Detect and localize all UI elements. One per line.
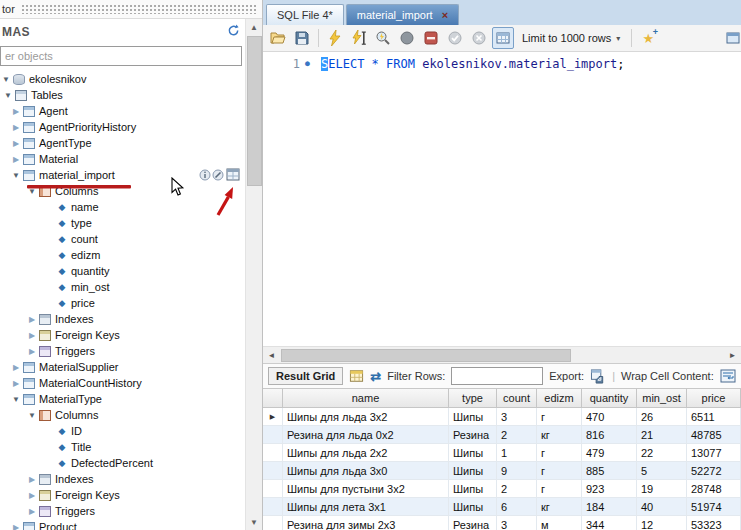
tree-item-table[interactable]: ▶AgentType xyxy=(0,135,262,151)
expand-icon[interactable]: ▶ xyxy=(11,379,21,388)
tree-item-column[interactable]: ◆Title xyxy=(0,439,262,455)
cell[interactable]: 28748 xyxy=(687,480,741,497)
cell[interactable]: 2 xyxy=(497,426,537,443)
expand-icon[interactable]: ▶ xyxy=(27,475,37,484)
stop-icon[interactable] xyxy=(396,27,418,49)
cell[interactable]: 5 xyxy=(637,462,687,479)
scrollbar-thumb[interactable] xyxy=(281,349,571,362)
tree-item-column[interactable]: ◆count xyxy=(0,231,262,247)
cell[interactable]: 26 xyxy=(637,408,687,425)
cell[interactable]: Резина для льда 0x2 xyxy=(283,426,449,443)
expand-icon[interactable]: ▼ xyxy=(3,91,13,100)
open-script-icon[interactable] xyxy=(267,27,289,49)
cell[interactable]: Шипы xyxy=(449,498,497,515)
table-row[interactable]: Шипы для лета 3x1 Шипы 6 кг 184 40 51974 xyxy=(263,498,741,516)
tree-item-column[interactable]: ◆name xyxy=(0,199,262,215)
cell[interactable]: кг xyxy=(537,498,582,515)
row-selector[interactable] xyxy=(263,498,283,515)
cell[interactable]: Шипы для льда 2x2 xyxy=(283,444,449,461)
cell[interactable]: 885 xyxy=(582,462,637,479)
expand-icon[interactable]: ▼ xyxy=(11,171,21,180)
save-snippet-icon[interactable]: ★+ xyxy=(637,27,659,49)
row-selector[interactable]: ▶ xyxy=(263,408,283,425)
refresh-schemas-icon[interactable] xyxy=(227,24,240,40)
expand-icon[interactable]: ▶ xyxy=(27,347,37,356)
commit-icon[interactable] xyxy=(444,27,466,49)
navigator-scrollbar[interactable]: ▲ ▼ xyxy=(245,19,262,530)
cell[interactable]: Шипы для лета 3x1 xyxy=(283,498,449,515)
cell[interactable]: 6 xyxy=(497,498,537,515)
tree-item-table[interactable]: ▶AgentPriorityHistory xyxy=(0,119,262,135)
row-selector[interactable] xyxy=(263,462,283,479)
cell[interactable]: 184 xyxy=(582,498,637,515)
cell[interactable]: 3 xyxy=(497,408,537,425)
cell[interactable]: 923 xyxy=(582,480,637,497)
cell[interactable]: г xyxy=(537,408,582,425)
cell[interactable]: 6511 xyxy=(687,408,741,425)
cell[interactable]: 51974 xyxy=(687,498,741,515)
cell[interactable]: 52272 xyxy=(687,462,741,479)
cell[interactable]: Резина для зимы 2x3 xyxy=(283,516,449,530)
alter-table-wrench-icon[interactable] xyxy=(212,169,224,181)
expand-icon[interactable]: ▶ xyxy=(27,507,37,516)
scroll-up-icon[interactable]: ▲ xyxy=(246,19,262,35)
tree-item-indexes[interactable]: ▶Indexes xyxy=(0,471,262,487)
table-row[interactable]: Резина для зимы 2x3 Резина 3 м 344 12 53… xyxy=(263,516,741,530)
expand-icon[interactable]: ▶ xyxy=(11,523,21,530)
tree-item-table[interactable]: ▶MaterialSupplier xyxy=(0,359,262,375)
result-grid-tab[interactable]: Result Grid xyxy=(268,367,343,385)
column-header[interactable]: type xyxy=(449,389,497,407)
cell[interactable]: Резина xyxy=(449,516,497,530)
cell[interactable]: 48785 xyxy=(687,426,741,443)
cell[interactable]: 53323 xyxy=(687,516,741,530)
close-tab-icon[interactable]: × xyxy=(442,9,448,21)
row-selector[interactable] xyxy=(263,516,283,530)
table-row[interactable]: ▶ Шипы для льда 3x2 Шипы 3 г 470 26 6511 xyxy=(263,408,741,426)
column-header[interactable]: edizm xyxy=(537,389,582,407)
tab-sql-file[interactable]: SQL File 4* xyxy=(266,4,344,25)
table-row[interactable]: Шипы для пустыни 3x2 Шипы 2 г 923 19 287… xyxy=(263,480,741,498)
filter-rows-input[interactable] xyxy=(451,367,543,385)
row-selector[interactable] xyxy=(263,480,283,497)
row-selector[interactable] xyxy=(263,444,283,461)
tree-item-column[interactable]: ◆DefectedPercent xyxy=(0,455,262,471)
column-header[interactable]: count xyxy=(497,389,537,407)
cell[interactable]: г xyxy=(537,462,582,479)
tree-item-column[interactable]: ◆quantity xyxy=(0,263,262,279)
cell[interactable]: г xyxy=(537,444,582,461)
save-script-icon[interactable] xyxy=(291,27,313,49)
filter-objects-input[interactable] xyxy=(0,46,242,66)
rollback-icon[interactable] xyxy=(468,27,490,49)
tree-item-column[interactable]: ◆edizm xyxy=(0,247,262,263)
cell[interactable]: 19 xyxy=(637,480,687,497)
execute-icon[interactable] xyxy=(324,27,346,49)
cell[interactable]: 21 xyxy=(637,426,687,443)
cell[interactable]: 3 xyxy=(497,516,537,530)
cell[interactable]: Шипы для пустыни 3x2 xyxy=(283,480,449,497)
table-row[interactable]: Шипы для льда 2x2 Шипы 1 г 479 22 13077 xyxy=(263,444,741,462)
cell[interactable]: 1 xyxy=(497,444,537,461)
cell[interactable]: 816 xyxy=(582,426,637,443)
tree-item-triggers[interactable]: ▶Triggers xyxy=(0,343,262,359)
cell[interactable]: Шипы для льда 3x2 xyxy=(283,408,449,425)
tree-item-column[interactable]: ◆ID xyxy=(0,423,262,439)
tree-item-table[interactable]: ▶Agent xyxy=(0,103,262,119)
tree-item-column[interactable]: ◆price xyxy=(0,295,262,311)
grid-corner[interactable] xyxy=(263,389,283,407)
column-header[interactable]: price xyxy=(687,389,741,407)
cell[interactable]: 344 xyxy=(582,516,637,530)
cell[interactable]: Шипы xyxy=(449,462,497,479)
cell[interactable]: г xyxy=(537,480,582,497)
toolbar-overflow-icon[interactable] xyxy=(722,27,741,49)
expand-icon[interactable]: ▶ xyxy=(11,107,21,116)
column-header[interactable]: quantity xyxy=(582,389,637,407)
tree-item-indexes[interactable]: ▶Indexes xyxy=(0,311,262,327)
tree-item-materialtype[interactable]: ▼MaterialType xyxy=(0,391,262,407)
tree-item-triggers[interactable]: ▶Triggers xyxy=(0,503,262,519)
column-header[interactable]: min_ost xyxy=(637,389,687,407)
refresh-grid-icon[interactable]: ⇄ xyxy=(370,369,381,384)
cell[interactable]: 12 xyxy=(637,516,687,530)
limit-rows-dropdown[interactable]: Limit to 1000 rows▾ xyxy=(516,30,626,46)
cell[interactable]: 2 xyxy=(497,480,537,497)
cell[interactable]: Шипы xyxy=(449,408,497,425)
